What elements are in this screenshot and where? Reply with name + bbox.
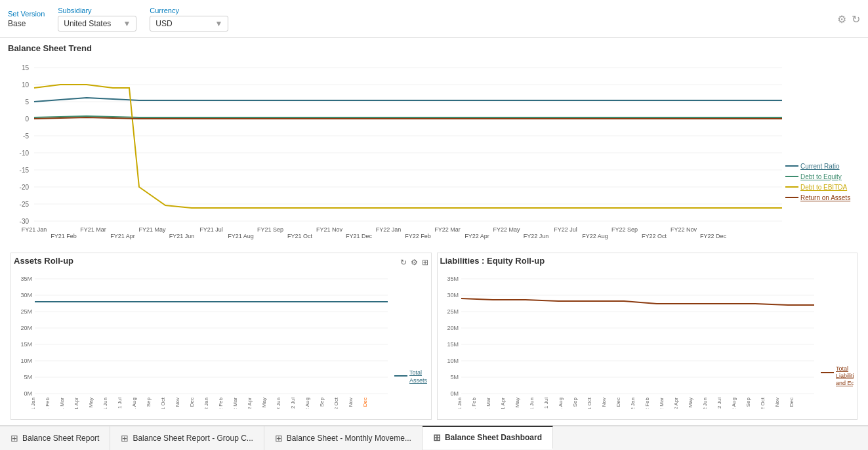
svg-text:-15: -15 bbox=[20, 167, 30, 174]
svg-text:FY21 Jul: FY21 Jul bbox=[199, 226, 223, 233]
footer-tabs: ⊞ Balance Sheet Report ⊞ Balance Sheet R… bbox=[0, 425, 868, 450]
svg-text:FY22 Jan: FY22 Jan bbox=[203, 398, 209, 409]
svg-text:15: 15 bbox=[22, 64, 30, 72]
svg-text:FY21 Oct: FY21 Oct bbox=[287, 233, 313, 239]
subsidiary-dropdown[interactable]: United States ▼ bbox=[58, 16, 136, 31]
svg-text:Current Ratio: Current Ratio bbox=[800, 163, 840, 170]
svg-text:FY22 Aug: FY22 Aug bbox=[582, 233, 608, 239]
svg-text:FY21 Oct: FY21 Oct bbox=[587, 397, 592, 409]
svg-text:Debt to Equity: Debt to Equity bbox=[800, 173, 842, 180]
currency-dropdown[interactable]: USD ▼ bbox=[150, 16, 228, 31]
svg-text:FY22 Jul: FY22 Jul bbox=[716, 398, 722, 409]
svg-text:FY21 Feb: FY21 Feb bbox=[51, 233, 77, 239]
tab-icon-3: ⊞ bbox=[275, 433, 283, 443]
trend-chart-container: 15 10 5 0 -5 -10 -15 -20 -25 -30 bbox=[8, 56, 860, 245]
svg-text:FY22 Oct: FY22 Oct bbox=[760, 397, 766, 409]
assets-settings-icon[interactable]: ⚙ bbox=[411, 258, 418, 267]
svg-text:FY22 Nov: FY22 Nov bbox=[348, 398, 354, 409]
svg-text:Liabilities: Liabilities bbox=[836, 373, 854, 379]
svg-text:FY21 Nov: FY21 Nov bbox=[601, 398, 607, 409]
trend-chart: 15 10 5 0 -5 -10 -15 -20 -25 -30 bbox=[8, 56, 861, 243]
svg-text:FY22 Sep: FY22 Sep bbox=[319, 397, 325, 409]
svg-text:10M: 10M bbox=[20, 358, 32, 364]
svg-text:FY22 Apr: FY22 Apr bbox=[247, 398, 253, 409]
svg-text:FY21 May: FY21 May bbox=[514, 398, 520, 409]
svg-text:FY21 Jul: FY21 Jul bbox=[117, 398, 123, 409]
tab-balance-sheet-monthly[interactable]: ⊞ Balance Sheet - Monthly Moveme... bbox=[264, 426, 423, 450]
svg-text:FY21 Dec: FY21 Dec bbox=[189, 398, 195, 409]
tab-icon-4: ⊞ bbox=[433, 432, 441, 443]
tab-icon-1: ⊞ bbox=[10, 433, 18, 443]
svg-text:FY21 Apr: FY21 Apr bbox=[73, 398, 79, 409]
svg-text:20M: 20M bbox=[20, 325, 32, 331]
header-icons: ⚙ ↻ bbox=[837, 12, 860, 25]
svg-text:30M: 30M bbox=[20, 292, 32, 298]
svg-text:5: 5 bbox=[25, 98, 29, 106]
header: Set Version Base Subsidiary United State… bbox=[0, 0, 868, 38]
tab-label-2: Balance Sheet Report - Group C... bbox=[133, 434, 253, 443]
subsidiary-value: United States bbox=[64, 19, 111, 28]
settings-icon[interactable]: ⚙ bbox=[837, 12, 846, 25]
set-version-value: Base bbox=[8, 19, 45, 28]
svg-text:FY22 May: FY22 May bbox=[261, 398, 267, 409]
assets-svg: 35M 30M 25M 20M 15M 10M 5M 0M bbox=[14, 271, 427, 409]
svg-text:FY21 Jun: FY21 Jun bbox=[169, 233, 195, 239]
svg-text:Total: Total bbox=[836, 365, 848, 372]
svg-text:Assets: Assets bbox=[409, 377, 427, 384]
svg-text:35M: 35M bbox=[20, 276, 32, 282]
svg-text:FY22 Jun: FY22 Jun bbox=[702, 398, 708, 409]
currency-arrow-icon: ▼ bbox=[215, 19, 222, 28]
svg-text:FY22 Dec: FY22 Dec bbox=[789, 398, 795, 409]
svg-text:5M: 5M bbox=[24, 374, 32, 380]
currency-label: Currency bbox=[150, 7, 228, 14]
svg-text:Debt to EBITDA: Debt to EBITDA bbox=[800, 184, 847, 191]
svg-text:FY21 Apr: FY21 Apr bbox=[500, 398, 506, 409]
svg-text:10M: 10M bbox=[447, 358, 459, 364]
svg-text:FY22 Apr: FY22 Apr bbox=[465, 233, 489, 239]
svg-text:FY21 Aug: FY21 Aug bbox=[558, 398, 564, 409]
svg-text:and Equity: and Equity bbox=[836, 380, 854, 386]
svg-text:20M: 20M bbox=[447, 325, 459, 331]
svg-text:FY22 Mar: FY22 Mar bbox=[659, 398, 665, 409]
subsidiary-label: Subsidiary bbox=[58, 7, 136, 14]
svg-text:FY22 Jun: FY22 Jun bbox=[276, 398, 281, 409]
svg-text:Return on Assets: Return on Assets bbox=[800, 194, 850, 201]
svg-text:FY22 Oct: FY22 Oct bbox=[642, 233, 667, 239]
tab-balance-sheet-group[interactable]: ⊞ Balance Sheet Report - Group C... bbox=[110, 426, 264, 450]
svg-text:FY21 Jan: FY21 Jan bbox=[30, 398, 36, 409]
refresh-icon[interactable]: ↻ bbox=[852, 12, 860, 25]
svg-text:FY21 Mar: FY21 Mar bbox=[486, 398, 491, 409]
subsidiary-group: Subsidiary United States ▼ bbox=[58, 7, 136, 31]
svg-text:FY22 Apr: FY22 Apr bbox=[673, 398, 679, 409]
svg-text:FY21 Mar: FY21 Mar bbox=[59, 398, 65, 409]
tab-label-1: Balance Sheet Report bbox=[22, 434, 99, 443]
svg-text:FY21 Feb: FY21 Feb bbox=[45, 397, 51, 409]
svg-text:FY22 May: FY22 May bbox=[688, 398, 693, 409]
svg-text:FY21 Sep: FY21 Sep bbox=[257, 226, 283, 233]
svg-text:FY22 Feb: FY22 Feb bbox=[218, 397, 224, 409]
svg-text:FY22 Aug: FY22 Aug bbox=[304, 398, 310, 409]
svg-text:FY21 Jun: FY21 Jun bbox=[102, 398, 108, 409]
trend-title: Balance Sheet Trend bbox=[8, 43, 860, 53]
svg-text:FY22 May: FY22 May bbox=[493, 226, 520, 233]
svg-text:FY21 Jul: FY21 Jul bbox=[543, 398, 549, 409]
svg-text:FY22 Aug: FY22 Aug bbox=[731, 398, 737, 409]
svg-text:FY22 Dec: FY22 Dec bbox=[700, 233, 727, 239]
assets-refresh-icon[interactable]: ↻ bbox=[400, 258, 407, 267]
liabilities-chart: Liabilities : Equity Roll-up 35M 30M 25M… bbox=[437, 253, 858, 420]
svg-text:FY22 Jan: FY22 Jan bbox=[630, 398, 636, 409]
svg-text:Total: Total bbox=[409, 369, 422, 376]
svg-text:FY21 Aug: FY21 Aug bbox=[131, 398, 137, 409]
svg-text:FY22 Nov: FY22 Nov bbox=[774, 398, 780, 409]
svg-text:FY21 May: FY21 May bbox=[138, 226, 166, 233]
svg-text:25M: 25M bbox=[447, 308, 459, 315]
svg-text:10: 10 bbox=[22, 81, 30, 89]
trend-section: Balance Sheet Trend 15 10 5 0 -5 -10 -15… bbox=[0, 38, 868, 247]
svg-text:FY21 Sep: FY21 Sep bbox=[572, 397, 578, 409]
assets-expand-icon[interactable]: ⊞ bbox=[422, 258, 428, 267]
main-content: Balance Sheet Trend 15 10 5 0 -5 -10 -15… bbox=[0, 38, 868, 425]
svg-text:FY21 Jan: FY21 Jan bbox=[22, 226, 47, 233]
svg-text:0M: 0M bbox=[450, 390, 459, 397]
tab-balance-sheet-dashboard[interactable]: ⊞ Balance Sheet Dashboard bbox=[423, 426, 553, 449]
tab-balance-sheet-report[interactable]: ⊞ Balance Sheet Report bbox=[0, 426, 110, 450]
